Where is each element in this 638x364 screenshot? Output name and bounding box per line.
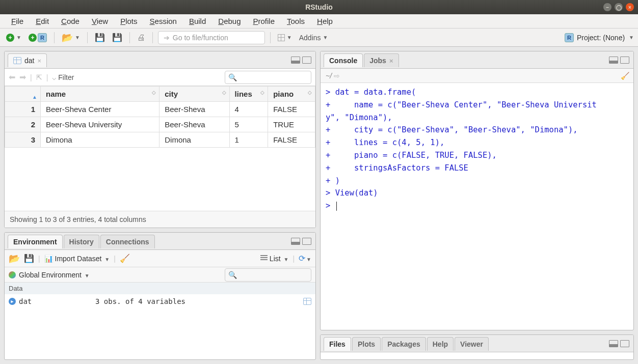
goto-file-input[interactable]: ➔ Go to file/function (158, 31, 265, 44)
minimize-pane-icon[interactable] (291, 238, 300, 245)
save-button[interactable]: 💾 (93, 32, 107, 43)
tab-jobs[interactable]: Jobs × (364, 53, 398, 67)
menu-edit[interactable]: Edit (30, 16, 55, 26)
maximize-pane-icon[interactable] (620, 57, 629, 64)
cell-city: Beer-Sheva (160, 102, 229, 117)
col-name[interactable]: name◇ (41, 87, 160, 102)
tab-environment[interactable]: Environment (8, 235, 63, 248)
open-file-button[interactable]: 📂▼ (60, 31, 82, 44)
main-toolbar: +▼ +R 📂▼ 💾 💾 🖨 ➔ Go to file/function ▼ A… (0, 29, 638, 47)
close-tab-icon[interactable]: × (389, 57, 393, 65)
env-item-desc: 3 obs. of 4 variables (95, 297, 303, 305)
minimize-pane-icon[interactable] (291, 57, 300, 64)
scope-selector[interactable]: Global Environment ▼ (19, 271, 90, 279)
close-icon[interactable]: × (626, 3, 634, 11)
env-item-dat[interactable]: ▶ dat 3 obs. of 4 variables (5, 294, 315, 309)
console-popout-icon[interactable]: ⇨ (334, 72, 340, 80)
maximize-pane-icon[interactable] (302, 57, 311, 64)
search-input[interactable]: 🔍 (225, 71, 311, 84)
menu-plots[interactable]: Plots (114, 16, 143, 26)
back-icon[interactable]: ⬅ (9, 72, 15, 82)
forward-icon[interactable]: ➡ (19, 72, 26, 82)
menu-profile[interactable]: Profile (247, 16, 281, 26)
save-all-icon: 💾 (112, 33, 122, 42)
folder-open-icon: 📂 (62, 32, 73, 43)
arrow-right-icon: ➔ (164, 34, 170, 42)
col-rownum[interactable]: ▲ (5, 87, 41, 102)
print-button[interactable]: 🖨 (135, 32, 147, 43)
menubar: File Edit Code View Plots Session Build … (0, 14, 638, 29)
tab-help[interactable]: Help (427, 337, 454, 351)
menu-session[interactable]: Session (144, 16, 183, 26)
new-project-button[interactable]: +R (26, 32, 49, 43)
col-city[interactable]: city◇ (160, 87, 229, 102)
tab-files[interactable]: Files (324, 337, 351, 351)
tab-viewer[interactable]: Viewer (455, 337, 489, 351)
sort-icon: ◇ (222, 90, 226, 95)
table-row[interactable]: 2 Beer-Sheva University Beer-Sheva 5 TRU… (5, 117, 315, 132)
minimize-icon[interactable]: – (603, 3, 612, 11)
search-icon: 🔍 (228, 271, 237, 279)
tab-packages[interactable]: Packages (382, 337, 426, 351)
r-project-icon: R (565, 33, 574, 42)
window-controls: – ◯ × (603, 3, 634, 11)
maximize-pane-icon[interactable] (302, 238, 311, 245)
menu-file[interactable]: File (5, 16, 30, 26)
cell-lines: 1 (229, 132, 268, 148)
table-row[interactable]: 1 Beer-Sheva Center Beer-Sheva 4 FALSE (5, 102, 315, 117)
menu-debug[interactable]: Debug (212, 16, 247, 26)
load-workspace-icon[interactable]: 📂 (9, 253, 20, 264)
filter-button[interactable]: ⌵ Filter (52, 73, 74, 81)
view-table-icon[interactable] (303, 298, 311, 305)
expand-icon[interactable]: ▶ (9, 298, 16, 305)
close-tab-icon[interactable]: × (37, 57, 41, 65)
tab-console[interactable]: Console (324, 53, 363, 67)
import-dataset-button[interactable]: 📊 Import Dataset ▼ (44, 255, 110, 263)
refresh-button[interactable]: ⟳▼ (299, 254, 311, 263)
globe-icon (9, 271, 16, 278)
save-all-button[interactable]: 💾 (110, 32, 124, 43)
col-piano[interactable]: piano◇ (268, 87, 315, 102)
col-lines[interactable]: lines◇ (229, 87, 268, 102)
plus-icon: + (6, 34, 14, 42)
tab-plots[interactable]: Plots (352, 337, 381, 351)
menu-help[interactable]: Help (311, 16, 339, 26)
goto-placeholder: Go to file/function (173, 34, 228, 42)
menu-tools[interactable]: Tools (281, 16, 311, 26)
tab-connections[interactable]: Connections (100, 235, 155, 248)
addins-button[interactable]: Addins ▼ (297, 33, 330, 43)
menu-code[interactable]: Code (55, 16, 86, 26)
files-tabbar: Files Plots Packages Help Viewer (321, 335, 633, 352)
tab-history[interactable]: History (64, 235, 99, 248)
maximize-icon[interactable]: ◯ (615, 3, 623, 11)
maximize-pane-icon[interactable] (620, 340, 629, 347)
save-workspace-icon[interactable]: 💾 (24, 254, 34, 263)
cell-rownum: 1 (5, 102, 41, 117)
minimize-pane-icon[interactable] (609, 57, 618, 64)
env-search-input[interactable]: 🔍 (225, 268, 311, 282)
window-titlebar: RStudio – ◯ × (0, 0, 638, 14)
menu-view[interactable]: View (86, 16, 114, 26)
tab-label: dat (24, 57, 34, 65)
grid-icon (278, 34, 285, 41)
env-toolbar: 📂 💾 | 📊 Import Dataset ▼ | 🧹 List ▼ | ⟳▼ (5, 250, 315, 267)
layout-button[interactable]: ▼ (276, 33, 294, 42)
console-panel: Console Jobs × ~/ ⇨ 🧹 > dat = data.frame… (320, 51, 634, 330)
table-row[interactable]: 3 Dimona Dimona 1 FALSE (5, 132, 315, 148)
console-output[interactable]: > dat = data.frame( + name = c("Beer-She… (321, 83, 633, 330)
env-item-name: dat (19, 297, 95, 305)
view-mode-button[interactable]: List ▼ (260, 255, 288, 263)
project-menu[interactable]: R Project: (None) ▼ (565, 33, 634, 42)
env-scope-row: Global Environment ▼ 🔍 (5, 267, 315, 283)
tab-dat[interactable]: dat × (8, 53, 47, 67)
cell-lines: 4 (229, 102, 268, 117)
minimize-pane-icon[interactable] (609, 340, 618, 347)
popout-icon[interactable]: ⇱ (36, 73, 42, 81)
table-icon (13, 57, 21, 64)
menu-build[interactable]: Build (183, 16, 212, 26)
new-file-button[interactable]: +▼ (4, 33, 23, 43)
sort-icon: ▲ (32, 94, 37, 100)
clear-console-icon[interactable]: 🧹 (621, 72, 629, 80)
env-section-data: Data (5, 283, 315, 294)
clear-workspace-icon[interactable]: 🧹 (120, 254, 130, 263)
